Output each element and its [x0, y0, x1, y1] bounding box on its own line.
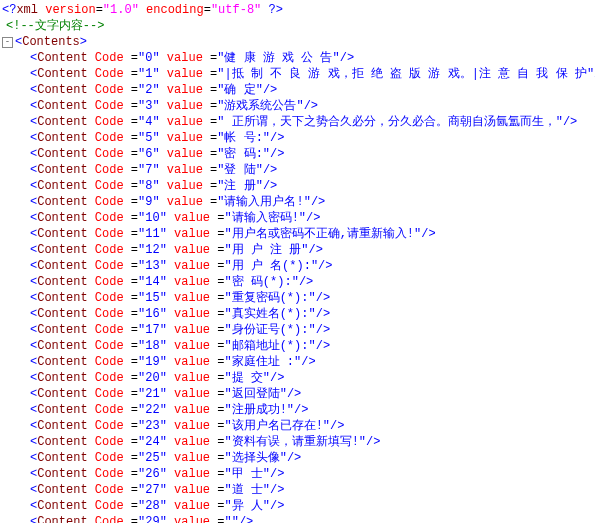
root-open: -<Contents> [2, 34, 593, 50]
xml-declaration: <?xml version="1.0" encoding="utf-8" ?> [2, 2, 593, 18]
content-value: "甲 士" [224, 467, 270, 481]
content-code: "11" [138, 227, 167, 241]
content-value: "身份证号(*):" [224, 323, 315, 337]
content-code: "22" [138, 403, 167, 417]
content-code: "18" [138, 339, 167, 353]
content-value: "请输入密码!" [224, 211, 306, 225]
content-value: "" [224, 515, 238, 523]
content-code: "9" [138, 195, 160, 209]
content-row: <Content Code ="20" value ="提 交"/> [2, 370, 593, 386]
content-row: <Content Code ="11" value ="用户名或密码不正确,请重… [2, 226, 593, 242]
xml-comment: <!--文字内容--> [2, 18, 593, 34]
content-code: "16" [138, 307, 167, 321]
content-code: "7" [138, 163, 160, 177]
content-code: "4" [138, 115, 160, 129]
content-row: <Content Code ="23" value ="该用户名已存在!"/> [2, 418, 593, 434]
content-row: <Content Code ="29" value =""/> [2, 514, 593, 523]
content-code: "17" [138, 323, 167, 337]
content-code: "25" [138, 451, 167, 465]
content-value: "|抵 制 不 良 游 戏，拒 绝 盗 版 游 戏。|注 意 自 我 保 护" [217, 67, 594, 81]
content-code: "8" [138, 179, 160, 193]
content-code: "15" [138, 291, 167, 305]
content-value: "请输入用户名!" [217, 195, 311, 209]
content-row: <Content Code ="2" value ="确 定"/> [2, 82, 593, 98]
content-row: <Content Code ="26" value ="甲 士"/> [2, 466, 593, 482]
content-code: "12" [138, 243, 167, 257]
content-row: <Content Code ="14" value ="密 码(*):"/> [2, 274, 593, 290]
content-value: "真实姓名(*):" [224, 307, 315, 321]
content-value: "帐 号:" [217, 131, 270, 145]
content-value: "密 码:" [217, 147, 270, 161]
content-code: "13" [138, 259, 167, 273]
content-row: <Content Code ="27" value ="道 士"/> [2, 482, 593, 498]
content-row: <Content Code ="10" value ="请输入密码!"/> [2, 210, 593, 226]
content-row: <Content Code ="17" value ="身份证号(*):"/> [2, 322, 593, 338]
content-value: "选择头像" [224, 451, 286, 465]
content-value: "家庭住址 :" [224, 355, 301, 369]
content-row: <Content Code ="13" value ="用 户 名(*):"/> [2, 258, 593, 274]
content-code: "27" [138, 483, 167, 497]
content-value: "用户名或密码不正确,请重新输入!" [224, 227, 421, 241]
content-row: <Content Code ="19" value ="家庭住址 :"/> [2, 354, 593, 370]
content-row: <Content Code ="6" value ="密 码:"/> [2, 146, 593, 162]
content-value: "用 户 注 册" [224, 243, 308, 257]
content-row: <Content Code ="16" value ="真实姓名(*):"/> [2, 306, 593, 322]
content-value: "确 定" [217, 83, 263, 97]
content-code: "0" [138, 51, 160, 65]
content-value: "注 册" [217, 179, 263, 193]
content-code: "6" [138, 147, 160, 161]
content-value: "邮箱地址(*):" [224, 339, 315, 353]
content-value: "健 康 游 戏 公 告" [217, 51, 339, 65]
content-row: <Content Code ="12" value ="用 户 注 册"/> [2, 242, 593, 258]
content-row: <Content Code ="22" value ="注册成功!"/> [2, 402, 593, 418]
content-code: "29" [138, 515, 167, 523]
content-code: "2" [138, 83, 160, 97]
content-value: "登 陆" [217, 163, 263, 177]
xml-source-view: <?xml version="1.0" encoding="utf-8" ?><… [2, 2, 593, 523]
content-code: "26" [138, 467, 167, 481]
content-code: "23" [138, 419, 167, 433]
content-row: <Content Code ="18" value ="邮箱地址(*):"/> [2, 338, 593, 354]
content-row: <Content Code ="15" value ="重复密码(*):"/> [2, 290, 593, 306]
content-row: <Content Code ="5" value ="帐 号:"/> [2, 130, 593, 146]
content-row: <Content Code ="9" value ="请输入用户名!"/> [2, 194, 593, 210]
content-value: "该用户名已存在!" [224, 419, 330, 433]
content-row: <Content Code ="4" value =" 正所谓，天下之势合久必分… [2, 114, 593, 130]
content-code: "3" [138, 99, 160, 113]
content-value: "提 交" [224, 371, 270, 385]
content-row: <Content Code ="21" value ="返回登陆"/> [2, 386, 593, 402]
content-code: "20" [138, 371, 167, 385]
content-code: "21" [138, 387, 167, 401]
content-code: "10" [138, 211, 167, 225]
content-value: "重复密码(*):" [224, 291, 315, 305]
content-value: " 正所谓，天下之势合久必分，分久必合。商朝自汤氤氲而生，" [217, 115, 563, 129]
content-value: "返回登陆" [224, 387, 286, 401]
content-value: "注册成功!" [224, 403, 294, 417]
content-row: <Content Code ="25" value ="选择头像"/> [2, 450, 593, 466]
content-row: <Content Code ="28" value ="异 人"/> [2, 498, 593, 514]
content-row: <Content Code ="8" value ="注 册"/> [2, 178, 593, 194]
content-code: "28" [138, 499, 167, 513]
content-row: <Content Code ="3" value ="游戏系统公告"/> [2, 98, 593, 114]
content-value: "密 码(*):" [224, 275, 298, 289]
fold-toggle-icon[interactable]: - [2, 37, 13, 48]
content-row: <Content Code ="1" value ="|抵 制 不 良 游 戏，… [2, 66, 593, 82]
content-code: "24" [138, 435, 167, 449]
content-value: "异 人" [224, 499, 270, 513]
content-row: <Content Code ="24" value ="资料有误，请重新填写!"… [2, 434, 593, 450]
content-value: "资料有误，请重新填写!" [224, 435, 366, 449]
content-code: "19" [138, 355, 167, 369]
content-row: <Content Code ="0" value ="健 康 游 戏 公 告"/… [2, 50, 593, 66]
content-value: "游戏系统公告" [217, 99, 303, 113]
content-code: "14" [138, 275, 167, 289]
content-code: "5" [138, 131, 160, 145]
content-value: "用 户 名(*):" [224, 259, 318, 273]
content-row: <Content Code ="7" value ="登 陆"/> [2, 162, 593, 178]
content-value: "道 士" [224, 483, 270, 497]
content-code: "1" [138, 67, 160, 81]
